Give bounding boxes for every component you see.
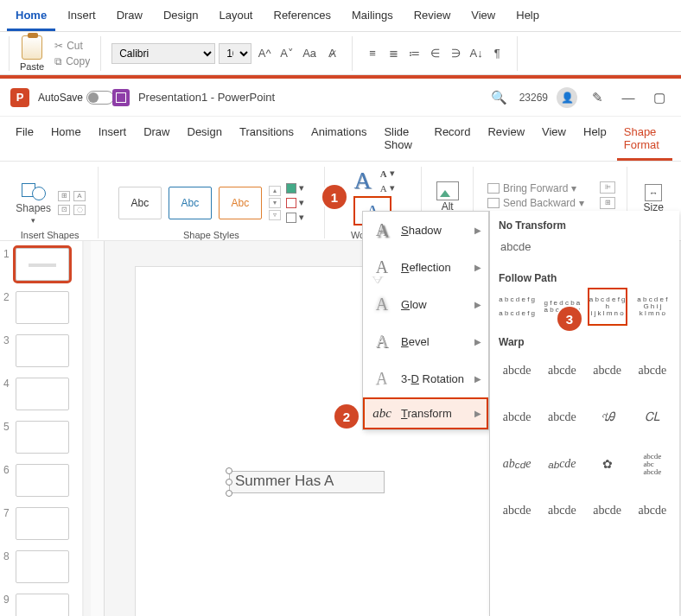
shrink-font-button[interactable]: A˅: [277, 44, 296, 63]
slide-thumb-1[interactable]: 1: [3, 248, 79, 281]
shape-fill-button[interactable]: ▾: [286, 182, 304, 194]
cut-button[interactable]: ✂Cut: [54, 40, 90, 52]
word-tab-mailings[interactable]: Mailings: [343, 3, 402, 31]
warp-15[interactable]: abcde: [589, 493, 626, 528]
restore-button[interactable]: ▢: [648, 86, 671, 109]
send-backward-button[interactable]: Send Backward ▾: [487, 197, 584, 209]
follow-path-circle[interactable]: a b c d e f g hi j k l m n o: [589, 289, 626, 324]
bullets-button[interactable]: ≡: [363, 44, 382, 63]
user-avatar-icon[interactable]: 👤: [557, 87, 577, 108]
fx-reflection[interactable]: AReflection▶: [363, 249, 488, 286]
style-preset-1[interactable]: Abc: [118, 187, 162, 219]
slide-thumb-3[interactable]: 3: [3, 334, 79, 367]
bring-forward-button[interactable]: Bring Forward ▾: [487, 182, 584, 194]
multilevel-button[interactable]: ≔: [404, 44, 423, 63]
warp-16[interactable]: abcde: [634, 493, 671, 528]
numbering-button[interactable]: ≣: [384, 44, 403, 63]
tab-design[interactable]: Design: [181, 120, 229, 161]
font-name-select[interactable]: Calibri: [111, 43, 215, 64]
tab-view[interactable]: View: [535, 120, 573, 161]
align-button[interactable]: ⊫: [600, 181, 615, 194]
word-tab-references[interactable]: References: [265, 3, 340, 31]
shapes-gallery-button[interactable]: Shapes▾: [14, 178, 53, 228]
tab-file[interactable]: File: [9, 120, 41, 161]
warp-3[interactable]: abcde: [589, 353, 626, 388]
tab-slideshow[interactable]: Slide Show: [377, 120, 423, 161]
fx-shadow[interactable]: ASShadowhadow▶: [363, 212, 488, 249]
paste-button[interactable]: Paste: [20, 35, 44, 72]
warp-9[interactable]: abcde: [499, 447, 535, 481]
tab-insert[interactable]: Insert: [92, 120, 134, 161]
warp-8[interactable]: ᏟᏞ: [634, 400, 671, 435]
shape-styles-gallery[interactable]: Abc Abc Abc ▴▾▿: [118, 186, 281, 220]
warp-12[interactable]: abcdeabcabcde: [634, 447, 671, 481]
no-transform-option[interactable]: abcde: [499, 237, 671, 269]
copy-button[interactable]: ⧉Copy: [54, 55, 90, 67]
warp-7[interactable]: ণᎯ: [589, 400, 626, 435]
show-marks-button[interactable]: ¶: [487, 44, 506, 63]
grow-font-button[interactable]: A^: [255, 44, 274, 63]
warp-4[interactable]: abcde: [634, 353, 671, 388]
follow-path-button[interactable]: a b c d e fG h i jk l m n o: [634, 289, 671, 324]
shape-tools-grid[interactable]: ⊞A ⊡◌: [58, 191, 86, 215]
word-tab-design[interactable]: Design: [155, 3, 207, 31]
word-tab-draw[interactable]: Draw: [108, 3, 151, 31]
fx-3d-rotation[interactable]: A3-D Rotation▶: [363, 360, 488, 397]
sort-button[interactable]: A↓: [467, 44, 486, 63]
style-preset-3[interactable]: Abc: [219, 187, 262, 219]
font-size-select[interactable]: 16: [219, 43, 251, 64]
gallery-scroll[interactable]: ▴▾▿: [269, 186, 281, 220]
warp-14[interactable]: abcde: [544, 493, 580, 528]
slide-thumb-2[interactable]: 2: [3, 291, 79, 324]
warp-2[interactable]: abcde: [544, 353, 580, 388]
shape-effects-button[interactable]: ▾: [286, 212, 304, 223]
wordart-quick-styles-button[interactable]: A: [351, 167, 375, 194]
word-tab-insert[interactable]: Insert: [59, 3, 105, 31]
increase-indent-button[interactable]: ∋: [446, 44, 465, 63]
autosave-toggle[interactable]: AutoSave Off: [38, 91, 104, 105]
warp-1[interactable]: abcde: [499, 353, 535, 388]
fx-bevel[interactable]: ABevel▶: [363, 323, 488, 360]
tab-draw[interactable]: Draw: [137, 120, 176, 161]
selected-textbox[interactable]: Summer Has A: [229, 471, 385, 493]
word-tab-view[interactable]: View: [462, 3, 504, 31]
group-button[interactable]: ⊞: [600, 197, 615, 209]
slide-thumb-8[interactable]: 8: [3, 550, 79, 583]
search-button[interactable]: 🔍: [488, 86, 511, 109]
decrease-indent-button[interactable]: ∈: [425, 44, 444, 63]
save-button[interactable]: [112, 89, 130, 106]
change-case-button[interactable]: Aa: [300, 44, 319, 63]
style-preset-2[interactable]: Abc: [169, 187, 212, 219]
follow-path-arch-up[interactable]: a b c d e f g a b c d e f g: [499, 289, 535, 324]
tab-review[interactable]: Review: [481, 120, 531, 161]
pen-mode-button[interactable]: ✎: [586, 86, 608, 109]
word-tab-layout[interactable]: Layout: [210, 3, 261, 31]
resize-handle[interactable]: [226, 467, 232, 474]
tab-transitions[interactable]: Transitions: [232, 120, 301, 161]
slide-thumb-4[interactable]: 4: [3, 378, 79, 410]
tab-shape-format[interactable]: Shape Format: [617, 120, 672, 161]
word-tab-home[interactable]: Home: [7, 3, 55, 31]
fx-transform[interactable]: abcTransform▶: [363, 397, 488, 429]
text-fill-button[interactable]: A▾: [380, 168, 395, 179]
word-tab-review[interactable]: Review: [405, 3, 460, 31]
minimize-button[interactable]: —: [617, 86, 640, 109]
tab-animations[interactable]: Animations: [304, 120, 373, 161]
warp-5[interactable]: abcde: [499, 400, 535, 435]
slide-thumb-6[interactable]: 6: [3, 464, 79, 497]
warp-10[interactable]: abcde: [544, 447, 580, 481]
resize-handle[interactable]: [226, 479, 232, 486]
warp-6[interactable]: abcde: [544, 400, 580, 435]
tab-record[interactable]: Record: [428, 120, 478, 161]
word-tab-help[interactable]: Help: [507, 3, 548, 31]
slide-thumb-7[interactable]: 7: [3, 507, 79, 540]
fx-glow[interactable]: AGlow▶: [363, 286, 488, 323]
slide-thumb-9[interactable]: 9: [3, 594, 79, 616]
slide-thumb-5[interactable]: 5: [3, 421, 79, 454]
clear-formatting-button[interactable]: A̷: [322, 44, 341, 63]
tab-help[interactable]: Help: [576, 120, 614, 161]
resize-handle[interactable]: [226, 490, 232, 497]
shape-outline-button[interactable]: ▾: [286, 197, 304, 208]
tab-home[interactable]: Home: [44, 120, 88, 161]
warp-13[interactable]: abcde: [499, 493, 535, 528]
